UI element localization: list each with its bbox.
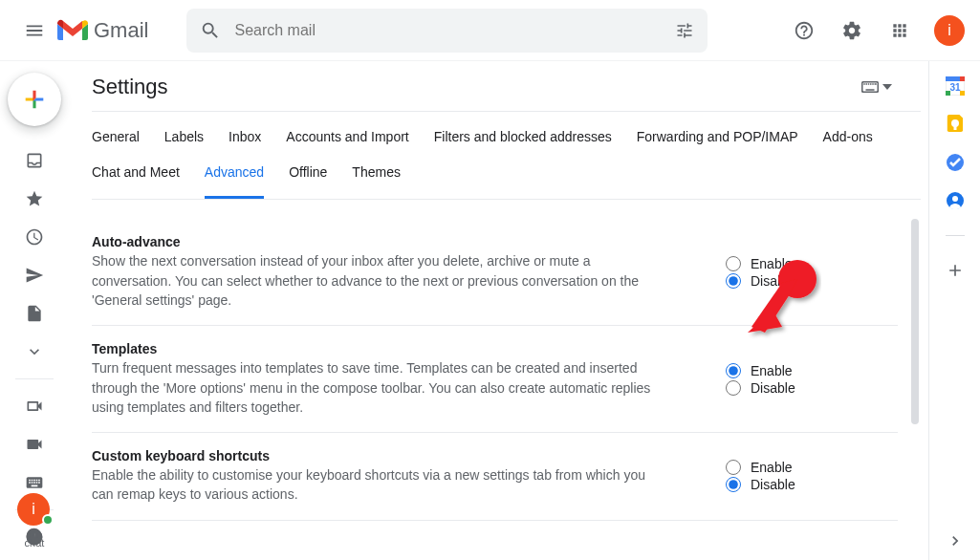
svg-rect-7 [872, 83, 874, 85]
input-tools-button[interactable] [861, 80, 892, 94]
search-input[interactable] [234, 22, 675, 39]
tab-accounts[interactable]: Accounts and Import [286, 125, 408, 161]
disable-label[interactable]: Disable [751, 273, 795, 289]
more-nav-icon[interactable] [15, 333, 54, 371]
gmail-logo-text: Gmail [94, 18, 148, 43]
app-header: Gmail i [0, 0, 980, 61]
svg-rect-9 [866, 89, 875, 91]
get-addons-button[interactable] [946, 261, 965, 280]
snoozed-nav-icon[interactable] [15, 218, 54, 256]
keyboard-icon [861, 80, 879, 94]
gmail-logo-icon [57, 19, 88, 42]
auto-advance-disable-radio[interactable] [726, 273, 741, 289]
plus-icon [21, 86, 48, 113]
settings-button[interactable] [833, 11, 871, 50]
auto-advance-enable-radio[interactable] [726, 256, 741, 271]
tab-addons[interactable]: Add-ons [823, 125, 873, 161]
setting-name: Templates [92, 341, 668, 356]
tab-offline[interactable]: Offline [289, 161, 327, 199]
hamburger-icon [24, 20, 45, 41]
apps-button[interactable] [881, 11, 919, 50]
svg-rect-4 [866, 83, 868, 85]
chat-label: chat [25, 537, 45, 549]
plus-icon [946, 261, 965, 280]
drafts-nav-icon[interactable] [15, 294, 54, 333]
chevron-right-icon [946, 531, 965, 550]
setting-description: Enable the ability to customise your key… [92, 465, 668, 505]
svg-rect-16 [946, 91, 950, 96]
enable-label[interactable]: Enable [751, 363, 793, 378]
svg-rect-17 [960, 91, 965, 96]
apps-grid-icon [890, 21, 909, 40]
svg-point-22 [952, 196, 958, 202]
templates-enable-radio[interactable] [726, 363, 741, 378]
compose-button[interactable] [8, 73, 61, 126]
tasks-addon-icon[interactable] [946, 153, 965, 172]
support-button[interactable] [785, 11, 823, 50]
svg-rect-6 [870, 83, 872, 85]
settings-list: Auto-advance Show the next conversation … [92, 219, 921, 560]
tab-inbox[interactable]: Inbox [229, 125, 261, 161]
gear-icon [841, 20, 862, 41]
right-side-panel: 31 [928, 61, 980, 560]
header-actions: i [785, 11, 965, 50]
left-sidebar: i chat [0, 61, 69, 560]
svg-rect-5 [868, 83, 870, 85]
disable-label[interactable]: Disable [751, 380, 795, 396]
setting-name: Auto-advance [92, 234, 668, 249]
keep-addon-icon[interactable] [946, 115, 965, 134]
tab-forwarding[interactable]: Forwarding and POP/IMAP [637, 125, 798, 161]
gmail-logo[interactable]: Gmail [57, 18, 148, 43]
shortcuts-enable-radio[interactable] [726, 460, 741, 475]
presence-indicator-icon [42, 514, 54, 526]
main-menu-button[interactable] [15, 11, 54, 50]
side-panel-toggle[interactable] [946, 531, 965, 550]
meet-new-icon[interactable] [15, 387, 54, 425]
account-avatar[interactable]: i [934, 15, 965, 46]
svg-point-18 [951, 119, 959, 127]
scrollbar-thumb[interactable] [911, 219, 919, 424]
tab-chat[interactable]: Chat and Meet [92, 161, 180, 199]
enable-label[interactable]: Enable [751, 460, 793, 475]
settings-tabs: General Labels Inbox Accounts and Import… [92, 111, 921, 200]
svg-rect-15 [960, 76, 965, 81]
search-options-icon[interactable] [675, 21, 694, 40]
tab-general[interactable]: General [92, 125, 140, 161]
setting-auto-advance: Auto-advance Show the next conversation … [92, 219, 898, 326]
sent-nav-icon[interactable] [15, 256, 54, 294]
meet-join-icon[interactable] [15, 425, 54, 463]
svg-text:31: 31 [949, 82, 961, 93]
tab-themes[interactable]: Themes [352, 161, 401, 199]
svg-rect-3 [863, 83, 865, 85]
tab-filters[interactable]: Filters and blocked addresses [434, 125, 612, 161]
contacts-addon-icon[interactable] [946, 191, 965, 210]
disable-label[interactable]: Disable [751, 477, 795, 492]
svg-rect-8 [875, 83, 877, 85]
search-icon[interactable] [200, 20, 221, 41]
tab-advanced[interactable]: Advanced [205, 161, 264, 199]
tab-labels[interactable]: Labels [164, 125, 204, 161]
setting-name: Custom keyboard shortcuts [92, 448, 668, 463]
help-icon [794, 20, 815, 41]
starred-nav-icon[interactable] [15, 180, 54, 218]
setting-templates: Templates Turn frequent messages into te… [92, 326, 898, 433]
dropdown-caret-icon [882, 84, 892, 90]
templates-disable-radio[interactable] [726, 380, 741, 396]
setting-description: Turn frequent messages into templates to… [92, 358, 668, 417]
enable-label[interactable]: Enable [751, 256, 793, 271]
svg-rect-19 [953, 126, 956, 130]
main-content: Settings General Labels Inbox Accounts a… [69, 61, 928, 560]
search-bar[interactable] [186, 9, 708, 53]
setting-description: Show the next conversation instead of yo… [92, 251, 668, 310]
inbox-nav-icon[interactable] [15, 141, 54, 180]
shortcuts-disable-radio[interactable] [726, 477, 741, 492]
calendar-addon-icon[interactable]: 31 [946, 76, 965, 96]
page-title: Settings [92, 75, 168, 99]
setting-keyboard-shortcuts: Custom keyboard shortcuts Enable the abi… [92, 433, 898, 521]
